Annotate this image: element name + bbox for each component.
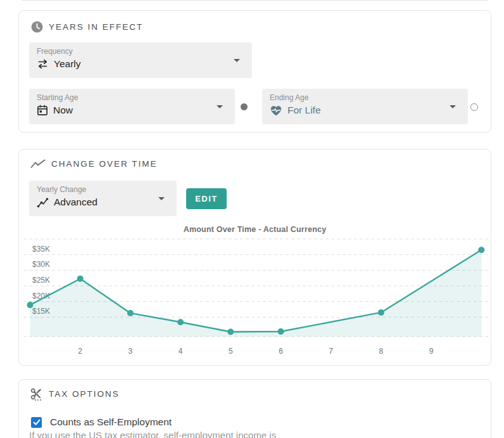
caret-down-icon (217, 105, 223, 108)
frequency-label: Frequency (37, 47, 73, 56)
svg-text:$30K: $30K (32, 260, 50, 269)
ending-age-value: For Life (287, 105, 321, 116)
svg-text:7: 7 (329, 347, 333, 356)
heart-pulse-icon (270, 105, 282, 116)
timeline-start-dot[interactable] (241, 103, 248, 110)
svg-text:2: 2 (78, 347, 82, 356)
calendar-icon (37, 105, 48, 116)
ending-age-label: Ending Age (270, 93, 308, 102)
checkmark-icon (33, 419, 41, 426)
svg-text:$25K: $25K (32, 276, 50, 285)
ending-age-select[interactable]: Ending Age For Life (262, 89, 468, 124)
yearly-change-label: Yearly Change (37, 185, 86, 194)
svg-text:$35K: $35K (32, 245, 50, 254)
previous-card-bottom-edge (18, 0, 491, 1)
svg-text:4: 4 (179, 347, 183, 356)
self-employment-label: Counts as Self-Employment (50, 416, 172, 428)
caret-down-icon (158, 197, 165, 200)
section-title: TAX OPTIONS (49, 389, 120, 399)
years-in-effect-card: YEARS IN EFFECT Frequency Yearly Startin… (18, 10, 491, 132)
repeat-arrows-icon (37, 59, 49, 69)
clock-icon (31, 21, 43, 33)
yearly-change-select[interactable]: Yearly Change Advanced (29, 181, 177, 216)
yearly-change-value: Advanced (54, 196, 98, 208)
svg-text:5: 5 (229, 347, 233, 356)
scissors-cut-icon (30, 387, 43, 401)
change-over-time-card: CHANGE OVER TIME Yearly Change Advanced … (18, 149, 491, 366)
tax-options-header: TAX OPTIONS (30, 387, 120, 401)
frequency-select[interactable]: Frequency Yearly (29, 42, 252, 78)
self-employment-row: Counts as Self-Employment (31, 416, 172, 428)
tax-options-description: If you use the US tax estimator, self-em… (29, 430, 479, 438)
section-title: YEARS IN EFFECT (49, 22, 143, 32)
self-employment-checkbox[interactable] (31, 417, 42, 428)
svg-text:9: 9 (429, 347, 434, 356)
starting-age-label: Starting Age (37, 93, 78, 102)
tax-options-card: TAX OPTIONS Counts as Self-Employment If… (18, 379, 491, 438)
years-in-effect-header: YEARS IN EFFECT (31, 21, 143, 33)
edit-button[interactable]: EDIT (186, 188, 227, 209)
caret-down-icon (234, 59, 240, 62)
caret-down-icon (450, 105, 456, 108)
starting-age-select[interactable]: Starting Age Now (29, 89, 235, 124)
timeline-end-ring[interactable] (470, 103, 478, 111)
amount-over-time-chart: $35K$30K$25K$20K$15K23456789 (20, 236, 493, 363)
frequency-value: Yearly (54, 58, 81, 70)
starting-age-value: Now (53, 105, 73, 116)
svg-text:8: 8 (379, 347, 384, 356)
trend-line-icon (30, 159, 46, 169)
svg-text:3: 3 (129, 347, 133, 356)
section-title: CHANGE OVER TIME (51, 159, 158, 169)
mini-line-chart-icon (37, 197, 49, 208)
svg-text:6: 6 (279, 347, 283, 356)
change-over-time-header: CHANGE OVER TIME (30, 159, 158, 169)
chart-title: Amount Over Time - Actual Currency (19, 225, 491, 234)
